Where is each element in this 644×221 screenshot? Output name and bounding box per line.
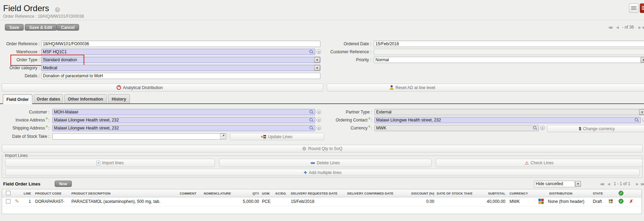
ordering-contact-help-icon[interactable]: ? bbox=[368, 117, 370, 120]
ordered-date-input[interactable] bbox=[374, 41, 644, 47]
cell-state: Draft bbox=[593, 199, 602, 204]
change-currency-button[interactable]: Change currency bbox=[547, 125, 644, 132]
order-reference-input[interactable] bbox=[41, 41, 320, 47]
page-title: Field Orders bbox=[3, 3, 49, 13]
list-view-button[interactable] bbox=[629, 3, 638, 13]
reset-ad-button[interactable]: Reset AD at line level bbox=[327, 84, 644, 92]
col-subtotal: SUBTOTAL bbox=[471, 192, 505, 195]
date-of-stock-take-calendar-icon[interactable] bbox=[220, 134, 225, 139]
col-delivery-confirmed-date: DELIVERY CONFIRMED DATE bbox=[347, 192, 393, 195]
currency-dropdown-icon[interactable] bbox=[540, 126, 545, 130]
minus-icon bbox=[311, 162, 315, 164]
gear-icon bbox=[302, 146, 307, 151]
order-reference-label: Order Reference : bbox=[0, 41, 40, 46]
reset-ad-label: Reset AD at line level bbox=[395, 85, 435, 90]
save-button[interactable]: Save bbox=[5, 24, 24, 31]
warehouse-label: Warehouse : bbox=[0, 49, 40, 54]
currency-help-icon[interactable]: ? bbox=[368, 125, 370, 128]
customer-reference-input[interactable] bbox=[374, 49, 644, 55]
order-category-select[interactable]: Medical bbox=[41, 65, 320, 71]
partner-type-arrow-icon[interactable] bbox=[639, 109, 644, 115]
edit-pencil-icon[interactable] bbox=[15, 198, 19, 204]
validate-line-icon[interactable] bbox=[619, 199, 623, 204]
customer-input[interactable] bbox=[52, 109, 315, 115]
shipping-address-help-icon[interactable]: ? bbox=[46, 125, 48, 128]
ordering-contact-search-icon[interactable] bbox=[635, 118, 639, 122]
tab-order-dates[interactable]: Order dates bbox=[34, 94, 63, 103]
table-row[interactable]: 1 DORAPARA5T- PARACETAMOL (acetaminophen… bbox=[2, 197, 642, 206]
import-lines-icon bbox=[96, 161, 100, 165]
ordering-contact-label: Ordering Contact? : bbox=[307, 118, 372, 123]
table-header-row: LINE PRODUCT CODE PRODUCT DESCRIPTION CO… bbox=[2, 189, 642, 197]
shipping-address-label: Shipping Address? : bbox=[0, 126, 49, 131]
form-view-button[interactable] bbox=[640, 3, 644, 13]
tab-other-information[interactable]: Other Information bbox=[64, 94, 107, 103]
priority-select[interactable]: Normal bbox=[374, 57, 644, 63]
col-date-of-stock-take: DATE OF STOCK TAKE bbox=[437, 192, 473, 195]
currency-search-icon[interactable] bbox=[533, 126, 537, 130]
import-lines-button[interactable]: Import lines bbox=[5, 159, 215, 167]
pager-prev-icon[interactable] bbox=[616, 25, 619, 29]
cancel-button[interactable]: Cancel bbox=[56, 24, 79, 31]
delete-lines-button[interactable]: Delete Lines bbox=[219, 159, 432, 167]
shipping-address-input[interactable] bbox=[52, 125, 315, 131]
hide-cancelled-filter[interactable]: Hide cancelled bbox=[534, 181, 575, 187]
check-lines-button[interactable]: Check Lines bbox=[436, 159, 643, 167]
ordering-contact-dropdown-icon[interactable] bbox=[642, 118, 644, 122]
pager-last-icon[interactable] bbox=[643, 25, 644, 29]
breadcrumb: Order Reference : 18/HQ/MW101/FO00036 bbox=[3, 14, 84, 19]
new-line-button[interactable]: New bbox=[55, 181, 72, 187]
warehouse-input[interactable] bbox=[41, 49, 315, 55]
pager-first-icon[interactable] bbox=[608, 25, 611, 29]
lines-pager-first-icon[interactable] bbox=[600, 182, 603, 186]
col-state: STATE bbox=[593, 192, 603, 195]
ordering-contact-input[interactable] bbox=[374, 117, 641, 123]
update-lines-button[interactable]: Update Lines bbox=[230, 133, 324, 140]
round-qty-label: Round Qty to SoQ bbox=[308, 146, 342, 151]
invoice-address-input[interactable] bbox=[52, 117, 315, 123]
date-of-stock-take-input[interactable] bbox=[52, 133, 227, 140]
plus-icon bbox=[303, 170, 307, 175]
list-view-icon bbox=[631, 6, 636, 10]
lines-pager-next-icon[interactable] bbox=[636, 182, 639, 186]
save-edit-button[interactable]: Save & Edit bbox=[25, 24, 57, 31]
invoice-address-help-icon[interactable]: ? bbox=[46, 117, 48, 120]
dollar-icon bbox=[579, 126, 581, 131]
partner-type-select[interactable]: External bbox=[374, 109, 644, 115]
col-kc-dg: KC/DG bbox=[276, 192, 286, 195]
col-currency: CURRENCY bbox=[510, 192, 528, 195]
currency-input[interactable] bbox=[374, 125, 539, 131]
distribution-icon[interactable] bbox=[538, 199, 544, 204]
invoice-address-label: Invoice Address? : bbox=[0, 118, 49, 123]
col-uom: UOM bbox=[262, 192, 270, 195]
partner-type-label: Partner Type : bbox=[307, 110, 372, 115]
tab-history[interactable]: History bbox=[108, 94, 130, 103]
lines-pager-last-icon[interactable] bbox=[641, 182, 644, 186]
row-checkbox[interactable] bbox=[6, 199, 10, 204]
order-category-arrow-icon[interactable] bbox=[314, 65, 320, 71]
details-input[interactable] bbox=[41, 73, 320, 79]
change-currency-label: Change currency bbox=[583, 126, 615, 131]
cell-delivery-requested-date: 15/Feb/2018 bbox=[291, 199, 314, 204]
select-all-checkbox[interactable] bbox=[6, 191, 10, 195]
delete-line-icon[interactable] bbox=[629, 199, 633, 204]
form-view-icon bbox=[642, 6, 644, 10]
lines-pager-prev-icon[interactable] bbox=[607, 182, 610, 186]
pager-next-icon[interactable] bbox=[638, 25, 641, 29]
field-orders-screen: Field Orders ? Order Reference : 18/HQ/M… bbox=[0, 0, 644, 221]
analytical-distribution-button[interactable]: Analytical Distribution bbox=[2, 84, 323, 92]
check-lines-label: Check Lines bbox=[530, 160, 553, 165]
priority-arrow-icon[interactable] bbox=[641, 57, 644, 63]
cell-currency: MWK bbox=[510, 199, 520, 204]
hide-cancelled-arrow-icon[interactable] bbox=[575, 181, 581, 187]
lines-table: LINE PRODUCT CODE PRODUCT DESCRIPTION CO… bbox=[2, 189, 642, 214]
title-help-badge[interactable]: ? bbox=[55, 7, 60, 12]
add-multiple-lines-button[interactable]: Add multiple lines bbox=[5, 169, 640, 176]
tab-field-order[interactable]: Field Order bbox=[3, 94, 32, 104]
import-lines-label: Import lines bbox=[102, 160, 124, 165]
lines-section-title: Field Order Lines bbox=[3, 181, 40, 187]
col-discount: DISCOUNT (%) bbox=[400, 192, 434, 195]
round-qty-button[interactable]: Round Qty to SoQ bbox=[2, 145, 643, 152]
ad-state-icon[interactable] bbox=[609, 199, 613, 203]
update-lines-icon bbox=[262, 135, 266, 139]
